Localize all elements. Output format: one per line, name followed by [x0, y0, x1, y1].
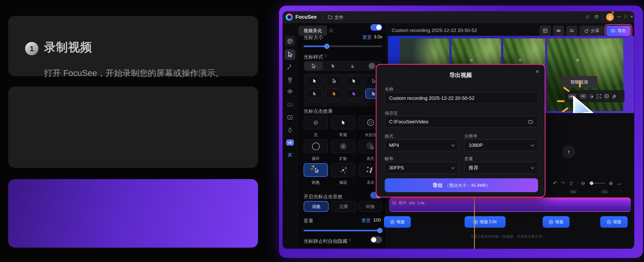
sidebar-item-watermark[interactable]	[285, 125, 295, 135]
cursor-size-label: 光标大小	[304, 34, 323, 41]
dots-icon: ⋯	[369, 63, 375, 69]
zoom-segment-button[interactable]: 缩放	[600, 216, 628, 228]
effect-flash-selected[interactable]	[304, 163, 328, 177]
zoom-segment-button[interactable]: 缩放 2.0x	[465, 216, 506, 228]
cursor-size-slider[interactable]	[304, 46, 382, 47]
layout-button[interactable]	[540, 26, 551, 36]
sidebar-item-background[interactable]	[285, 36, 295, 47]
sound-option-crisp[interactable]: 清脆	[304, 201, 329, 212]
quality-select[interactable]: 推荐	[464, 162, 538, 174]
divider	[323, 15, 323, 19]
sidebar-item-cursor[interactable]	[285, 49, 295, 60]
expand-icon[interactable]	[596, 94, 602, 99]
save-path-input[interactable]	[385, 116, 538, 128]
preview-eye-button[interactable]	[553, 26, 564, 36]
fps-select[interactable]: 30FPS	[385, 162, 458, 174]
step-number: 1	[25, 42, 38, 55]
gray-cursor-icon	[330, 63, 336, 69]
tab-cursor-dark[interactable]	[304, 62, 323, 70]
purple-cursor-icon	[351, 91, 356, 96]
uh-bubble-icon: uh	[286, 139, 294, 146]
timeline-fit-button[interactable]: ↔	[617, 180, 622, 186]
cursor-icon	[287, 51, 293, 58]
tab-cursor-gray[interactable]	[324, 62, 342, 70]
autohide-toggle[interactable]	[370, 236, 382, 243]
trash-icon[interactable]	[569, 181, 574, 186]
cursor-style-tabs: ⋯	[304, 61, 382, 71]
zoom-button-label: 缩放	[613, 219, 621, 225]
sound-option-light[interactable]: 轻微	[359, 201, 382, 212]
hatched-square-icon	[287, 38, 293, 44]
timeline-zoom-slider[interactable]	[589, 183, 605, 184]
export-button-top[interactable]: 导出	[606, 26, 631, 36]
redo-button[interactable]: ↷	[561, 180, 565, 186]
cursor-option[interactable]	[346, 89, 362, 99]
chevron-down-icon	[451, 166, 455, 169]
effect-normal[interactable]	[331, 116, 355, 129]
app-name: FocuSee	[295, 14, 317, 20]
ruler-tick	[620, 191, 620, 192]
dialog-export-button[interactable]: 导出 （预估大小：45.4MB）	[385, 178, 538, 192]
sidebar-item-webcam[interactable]	[285, 74, 295, 85]
effect-diffuse[interactable]	[331, 139, 355, 153]
zoom-segment-button[interactable]: 缩放	[384, 216, 411, 228]
effect-ring[interactable]	[304, 139, 328, 153]
ruler-tick	[558, 191, 558, 192]
layout-icon	[543, 28, 548, 33]
zoom-play-icon	[549, 220, 553, 224]
cursor-option[interactable]	[346, 101, 362, 106]
cursor-size-reset-link[interactable]: 重置	[362, 34, 372, 40]
effect-none[interactable]: ⊘	[304, 116, 328, 129]
sidebar-item-subtitles[interactable]	[285, 112, 295, 123]
timeline-clip[interactable]: 切片 23s 1.0x	[389, 198, 631, 212]
share-button[interactable]: 分享	[579, 26, 604, 36]
minimize-button[interactable]: —	[616, 14, 622, 19]
close-button[interactable]: ×	[629, 14, 634, 19]
adjust-button[interactable]	[566, 26, 577, 36]
sidebar-item-audio[interactable]	[285, 86, 295, 97]
effect-fireworks[interactable]	[331, 163, 355, 177]
maximize-button[interactable]: □	[622, 14, 629, 19]
tab-cursor-hand[interactable]	[343, 62, 362, 70]
export-button-label: 导出	[433, 182, 443, 189]
timeline-zoom-out-button[interactable]: ⊖	[581, 180, 585, 186]
cursor-option[interactable]	[306, 101, 323, 106]
play-box-icon[interactable]	[604, 94, 609, 99]
zoom-segment-button[interactable]: 缩放	[543, 216, 570, 228]
cursor-option[interactable]	[326, 89, 342, 99]
app-window: FocuSee 文件 ☺ ⚙ Z ♛ — □ × uh 示 视频美化	[283, 11, 634, 249]
video-beautify-toggle[interactable]	[370, 24, 382, 31]
menu-file[interactable]: 文件	[334, 14, 344, 20]
sidebar-item-keyboard[interactable]	[285, 99, 295, 110]
crown-icon: ♛	[611, 11, 614, 15]
sidebar-item-presenter[interactable]	[285, 150, 295, 160]
volume-slider[interactable]	[304, 230, 382, 231]
eraser-icon[interactable]	[612, 94, 617, 99]
cursor-option[interactable]	[326, 76, 342, 86]
browse-folder-icon[interactable]	[528, 119, 533, 124]
folder-up-icon	[611, 28, 615, 33]
sound-option-heavy[interactable]: 沉重	[331, 201, 356, 212]
undo-button[interactable]: ↶	[553, 180, 557, 186]
playhead[interactable]	[474, 197, 475, 249]
cursor-option[interactable]	[326, 101, 342, 106]
cursor-option[interactable]	[306, 89, 323, 99]
sidebar-item-stickers[interactable]: uh	[285, 137, 295, 148]
sidebar-item-motion-path[interactable]	[285, 62, 295, 73]
timeline-hint: 可显示更多时间轴（快捷键，布局或马赛克等）	[446, 234, 569, 239]
resolution-select[interactable]: 1080P	[464, 139, 538, 151]
format-select[interactable]: MP4	[385, 139, 458, 151]
cursor-option[interactable]	[306, 76, 323, 86]
scroll-up-button[interactable]: ↑	[563, 146, 575, 158]
zoom-button-label: 缩放 2.0x	[480, 219, 497, 225]
timeline-zoom-in-button[interactable]: ⊕	[609, 180, 613, 186]
name-input[interactable]	[385, 92, 538, 104]
big-cursor-icon	[569, 96, 594, 113]
feedback-smiley-icon[interactable]: ☺	[585, 14, 590, 19]
orange-cursor-icon	[332, 91, 337, 96]
timeline-toolbar: ↶ ↷ ⊖ ⊕ ↔	[553, 178, 634, 188]
dark-cursor-icon	[311, 63, 316, 69]
cursor-option[interactable]	[346, 76, 362, 86]
volume-reset-link[interactable]: 重置	[361, 217, 371, 224]
settings-gear-icon[interactable]: ⚙	[594, 14, 599, 20]
